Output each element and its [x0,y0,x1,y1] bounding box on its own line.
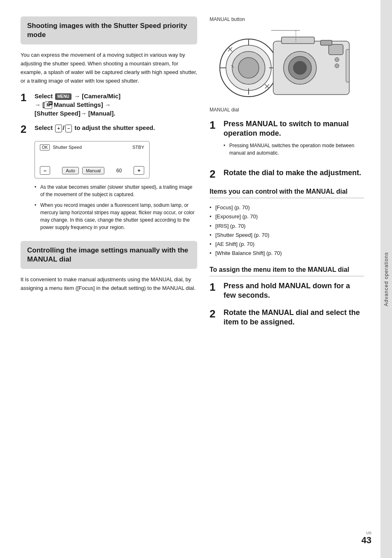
step2-content: Select +/– to adjust the shutter speed. [35,123,197,132]
step2-container: 2 Select +/– to adjust the shutter speed… [21,123,197,135]
assign-step1-text: Press and hold MANUAL down for a few sec… [224,282,350,299]
page-container: Advanced operations Shooting images with… [0,0,392,558]
section1-body: You can express the movement of a moving… [21,51,197,85]
items-section-title: Items you can control with the MANUAL di… [210,188,364,198]
page-locale: US [366,531,371,535]
shutter-bottom-bar: – Auto Manual 60 + [40,166,144,175]
bullet-item-1: As the value becomes smaller (slower shu… [35,183,197,198]
right-step2-text: Rotate the dial to make the adjustment. [224,169,361,177]
shutter-ok-label: OK Shutter Speed [40,145,82,150]
shutter-mode-buttons: Auto Manual [62,167,104,174]
stby-label: STBY [132,145,144,150]
camera-illustration: ⟩ [210,25,357,107]
item-6: [White Balance Shift] (p. 70) [210,249,364,258]
right-step1-sub-bullet: Pressing MANUAL switches the operation m… [224,142,364,157]
item-1: [Focus] (p. 70) [210,203,364,212]
side-tab-text: Advanced operations [383,252,389,306]
camera-diagram-area: MANUAL button [210,16,364,113]
svg-point-22 [335,64,339,68]
page-number: 43 [362,535,371,546]
assign-step2-container: 2 Rotate the MANUAL dial and select the … [210,308,364,327]
shutter-top-bar: OK Shutter Speed STBY [40,145,144,150]
manual-button[interactable]: Manual [82,167,104,174]
step1-container: 1 Select MENU → [Camera/Mic] → [MM Manua… [21,92,197,118]
svg-rect-20 [346,49,349,82]
menu-icon: MENU [55,93,71,100]
plus-icon: + [55,125,62,132]
shutter-speed-label: Shutter Speed [53,145,82,150]
shutter-value-number: 60 [116,168,122,174]
item-3: [IRIS] (p. 70) [210,222,364,231]
dial-label: MANUAL dial [210,107,364,113]
right-step2-container: 2 Rotate the dial to make the adjustment… [210,168,364,180]
assign-step2-content: Rotate the MANUAL dial and select the it… [224,308,364,327]
item-4: [Shutter Speed] (p. 70) [210,231,364,240]
section2-body: It is convenient to make manual adjustme… [21,276,197,293]
right-step1-number: 1 [210,119,219,131]
left-column: Shooting images with the Shutter Speed p… [21,16,205,542]
items-list: [Focus] (p. 70) [Exposure] (p. 70) [IRIS… [210,203,364,258]
camera-svg: ⟩ [210,25,357,107]
step1-content: Select MENU → [Camera/Mic] → [MM Manual … [35,92,197,118]
item-2: [Exposure] (p. 70) [210,212,364,221]
assign-step1-content: Press and hold MANUAL down for a few sec… [224,281,364,301]
svg-point-3 [238,58,259,78]
minus-icon: – [65,125,72,132]
svg-rect-14 [281,37,314,44]
right-step2-number: 2 [210,168,219,180]
right-step1-container: 1 Press MANUAL to switch to manual opera… [210,119,364,161]
section2-header: Controlling the image settings manually … [21,241,197,269]
assign-step1-container: 1 Press and hold MANUAL down for a few s… [210,281,364,301]
assign-step1-number: 1 [210,281,219,293]
assign-step2-number: 2 [210,308,219,320]
page-number-area: US 43 [362,531,371,546]
shutter-display: OK Shutter Speed STBY – Auto Manual 60 + [35,141,150,178]
section1-header: Shooting images with the Shutter Speed p… [21,16,197,44]
section1-bullets: As the value becomes smaller (slower shu… [35,183,197,231]
right-step1-content: Press MANUAL to switch to manual operati… [224,119,364,161]
bullet-item-2: When you record images under a fluoresce… [35,201,197,231]
svg-rect-18 [329,44,343,55]
shutter-minus-button[interactable]: – [40,166,50,175]
right-column: MANUAL button [205,16,364,542]
right-step1-sub: Pressing MANUAL switches the operation m… [224,142,364,157]
item-5: [AE Shift] (p. 70) [210,240,364,249]
step2-number: 2 [21,123,30,135]
side-tab: Advanced operations [380,0,392,558]
svg-point-17 [293,61,307,74]
shutter-value: 60 [116,168,122,174]
ok-badge: OK [40,144,50,150]
svg-point-21 [335,58,339,62]
camera-label: MANUAL button [210,16,364,22]
right-step2-content: Rotate the dial to make the adjustment. [224,168,364,178]
right-step1-text: Press MANUAL to switch to manual operati… [224,120,349,137]
main-content: Shooting images with the Shutter Speed p… [0,0,380,558]
step1-number: 1 [21,92,30,104]
auto-button[interactable]: Auto [62,167,79,174]
assign-step2-text: Rotate the MANUAL dial and select the it… [224,308,360,326]
section2-title: Controlling the image settings manually … [27,246,191,264]
shutter-plus-button[interactable]: + [134,166,144,175]
section1-title: Shooting images with the Shutter Speed p… [27,21,191,39]
assign-section-title: To assign the menu item to the MANUAL di… [210,266,364,276]
svg-rect-19 [321,40,332,45]
